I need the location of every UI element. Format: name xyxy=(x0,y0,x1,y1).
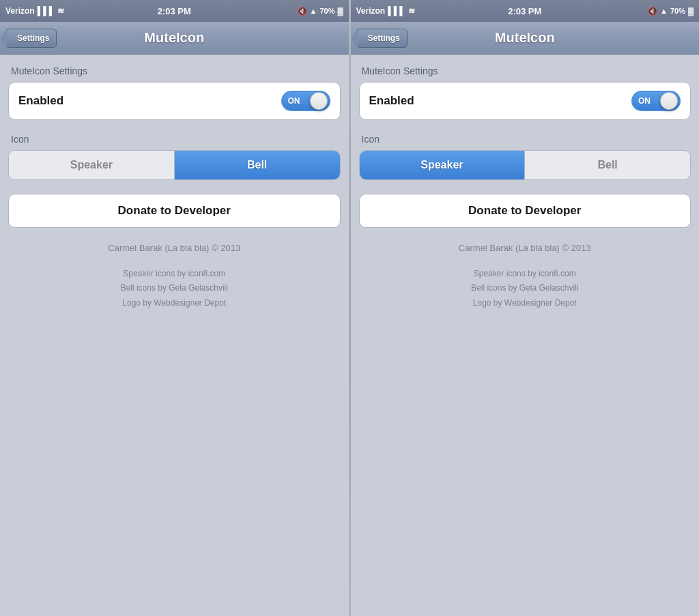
battery-label: 70% xyxy=(319,7,334,15)
settings-section-label: MuteIcon Settings xyxy=(11,65,341,76)
wifi-icon: ≋ xyxy=(408,6,415,16)
nav-title: MuteIcon xyxy=(495,30,555,46)
battery-icon: ▓ xyxy=(337,7,343,15)
nav-title: MuteIcon xyxy=(144,30,204,46)
battery-label: 70% xyxy=(670,7,685,15)
enabled-row: Enabled ON xyxy=(8,82,341,120)
segment-speaker[interactable]: Speaker xyxy=(360,151,525,179)
icon-segment-section: SpeakerBell xyxy=(8,150,341,180)
location-icon: ▲ xyxy=(660,7,668,15)
footer-credit-line: Bell icons by Gela Gelaschvili xyxy=(359,281,691,296)
footer-credits: Speaker icons by icon8.comBell icons by … xyxy=(359,267,691,311)
status-time: 2:03 PM xyxy=(158,6,191,16)
donate-button[interactable]: Donate to Developer xyxy=(359,194,691,228)
content-area: MuteIcon Settings Enabled ON IconSpeaker… xyxy=(0,55,349,616)
toggle-knob xyxy=(310,92,328,110)
settings-section-label: MuteIcon Settings xyxy=(362,65,691,76)
status-right: 🔇 ▲ 70% ▓ xyxy=(298,7,343,16)
footer: Carmel Barak (La bla bla) © 2013 Speaker… xyxy=(359,241,691,311)
footer-copyright: Carmel Barak (La bla bla) © 2013 xyxy=(359,241,691,256)
nav-bar: Settings MuteIcon xyxy=(351,22,700,55)
segment-speaker[interactable]: Speaker xyxy=(9,151,174,179)
back-button[interactable]: Settings xyxy=(356,29,408,48)
content-area: MuteIcon Settings Enabled ON IconSpeaker… xyxy=(351,55,700,616)
icon-segmented-control[interactable]: SpeakerBell xyxy=(359,150,691,180)
footer: Carmel Barak (La bla bla) © 2013 Speaker… xyxy=(8,241,341,311)
segment-bell[interactable]: Bell xyxy=(175,151,340,179)
enabled-toggle[interactable]: ON xyxy=(631,91,681,111)
carrier-label: Verizon xyxy=(5,6,35,16)
status-right: 🔇 ▲ 70% ▓ xyxy=(648,7,694,16)
phone-panel-left: Verizon ▌▌▌ ≋ 2:03 PM 🔇 ▲ 70% ▓ Settings… xyxy=(0,0,350,616)
icon-section-label: Icon xyxy=(11,134,341,145)
back-button-wrapper[interactable]: Settings xyxy=(356,29,408,48)
enabled-row: Enabled ON xyxy=(359,82,691,120)
donate-button[interactable]: Donate to Developer xyxy=(8,194,341,228)
nav-bar: Settings MuteIcon xyxy=(0,22,349,55)
footer-credit-line: Bell icons by Gela Gelaschvili xyxy=(8,281,341,296)
status-bar: Verizon ▌▌▌ ≋ 2:03 PM 🔇 ▲ 70% ▓ xyxy=(0,0,349,22)
mute-icon: 🔇 xyxy=(298,7,307,16)
status-left: Verizon ▌▌▌ ≋ xyxy=(356,6,415,16)
icon-segment-section: SpeakerBell xyxy=(359,150,691,180)
footer-credits: Speaker icons by icon8.comBell icons by … xyxy=(8,267,341,311)
status-left: Verizon ▌▌▌ ≋ xyxy=(5,6,64,16)
enabled-label: Enabled xyxy=(369,94,414,108)
toggle-on-label: ON xyxy=(288,96,300,106)
battery-icon: ▓ xyxy=(688,7,694,15)
wifi-icon: ≋ xyxy=(57,6,64,16)
icon-section-label: Icon xyxy=(362,134,691,145)
signal-icon: ▌▌▌ xyxy=(38,6,55,16)
footer-credit-line: Speaker icons by icon8.com xyxy=(8,267,341,282)
footer-credit-line: Speaker icons by icon8.com xyxy=(359,267,691,282)
signal-icon: ▌▌▌ xyxy=(388,6,405,16)
toggle-on-label: ON xyxy=(638,96,651,106)
back-button-wrapper[interactable]: Settings xyxy=(5,29,57,48)
segment-bell[interactable]: Bell xyxy=(525,151,690,179)
status-bar: Verizon ▌▌▌ ≋ 2:03 PM 🔇 ▲ 70% ▓ xyxy=(351,0,700,22)
icon-segmented-control[interactable]: SpeakerBell xyxy=(8,150,341,180)
mute-icon: 🔇 xyxy=(648,7,657,16)
status-time: 2:03 PM xyxy=(508,6,541,16)
back-button[interactable]: Settings xyxy=(5,29,57,48)
enabled-toggle[interactable]: ON xyxy=(281,91,330,111)
phone-panel-right: Verizon ▌▌▌ ≋ 2:03 PM 🔇 ▲ 70% ▓ Settings… xyxy=(351,0,700,616)
carrier-label: Verizon xyxy=(356,6,386,16)
footer-copyright: Carmel Barak (La bla bla) © 2013 xyxy=(8,241,341,256)
enabled-label: Enabled xyxy=(18,94,63,108)
location-icon: ▲ xyxy=(310,7,317,15)
footer-credit-line: Logo by Webdesigner Depot xyxy=(359,296,691,311)
toggle-knob xyxy=(660,92,678,110)
footer-credit-line: Logo by Webdesigner Depot xyxy=(8,296,341,311)
